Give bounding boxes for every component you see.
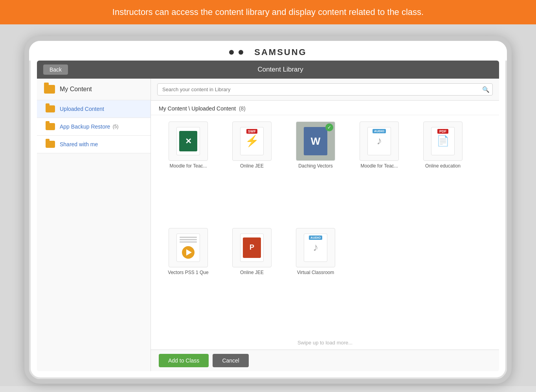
music-note-2: ♪ [313, 241, 318, 254]
checkmark-badge: ✓ [325, 123, 333, 131]
top-banner: Instructors can access the content libra… [0, 0, 536, 24]
music-note: ♪ [376, 134, 382, 147]
cancel-button[interactable]: Cancel [213, 354, 249, 367]
content-item-moodle-audio[interactable]: AUDIO ♪ Moodle for Teac... [350, 121, 409, 223]
item-name-daching-vectors: Daching Vectors [298, 163, 332, 169]
app-body: My Content Uploaded Content App Backup R… [37, 79, 499, 371]
item-name-online-jee-ppt: Online JEE [240, 270, 264, 275]
content-grid: ✕ Moodle for Teac... SWF ⚡ [151, 115, 499, 336]
item-thumb-audio2: AUDIO ♪ [296, 228, 335, 267]
sidebar-item-uploaded-content[interactable]: Uploaded Content [37, 100, 151, 118]
item-thumb-ppt: P [232, 228, 272, 267]
sidebar-label-shared: Shared with me [60, 141, 98, 147]
content-item-daching-vectors[interactable]: W ✓ Daching Vectors [286, 121, 345, 223]
pdf-tag: PDF [437, 129, 448, 134]
content-item-moodle-excel[interactable]: ✕ Moodle for Teac... [159, 121, 218, 223]
outer-area: SAMSUNG Back Content Library My Content [0, 24, 536, 386]
content-item-vectors-pss[interactable]: Vectors PSS 1 Que [159, 228, 218, 330]
my-content-label: My Content [60, 86, 92, 93]
sidebar-item-app-backup[interactable]: App Backup Restore (5) [37, 118, 151, 136]
sidebar-badge-backup: (5) [111, 124, 118, 129]
folder-icon-uploaded [46, 105, 55, 112]
swf-tag: SWF [246, 129, 257, 134]
item-name-virtual-classroom: Virtual Classroom [297, 270, 334, 275]
ppt-icon: P [240, 234, 264, 262]
load-more-text: Swipe up to load more... [151, 336, 499, 350]
content-item-online-jee-ppt[interactable]: P Online JEE [222, 228, 281, 330]
content-item-virtual-classroom[interactable]: AUDIO ♪ Virtual Classroom [286, 228, 345, 330]
item-thumb-video [169, 228, 208, 267]
pdf-icon: PDF 📄 [431, 127, 455, 155]
search-input[interactable] [157, 83, 493, 96]
item-thumb-audio: AUDIO ♪ [360, 121, 399, 161]
content-area: 🔍 My Content \ Uploaded Content (8) [151, 79, 499, 371]
folder-icon-shared [46, 141, 55, 148]
sidebar-label-uploaded: Uploaded Content [60, 106, 104, 112]
content-item-online-jee-swf[interactable]: SWF ⚡ Online JEE [222, 121, 281, 223]
bottom-bar: Add to Class Cancel [151, 350, 499, 371]
flash-symbol: ⚡ [245, 134, 259, 147]
sidebar-item-shared[interactable]: Shared with me [37, 136, 151, 153]
sidebar-my-content[interactable]: My Content [37, 79, 151, 100]
search-bar: 🔍 [151, 79, 499, 101]
ppt-inner: P [243, 237, 261, 258]
item-name-moodle-excel: Moodle for Teac... [169, 163, 207, 169]
excel-icon: ✕ [176, 127, 200, 155]
audio-icon: AUDIO ♪ [367, 127, 391, 155]
app-title: Content Library [68, 66, 493, 74]
search-button[interactable]: 🔍 [482, 86, 490, 93]
tablet-dot-2 [239, 50, 243, 55]
app-header: Back Content Library [37, 61, 499, 79]
audio-tag: AUDIO [373, 129, 386, 133]
play-triangle [186, 249, 192, 256]
item-thumb-word: W ✓ [296, 121, 335, 161]
tablet-top-bar: SAMSUNG [29, 41, 507, 61]
item-name-online-jee-swf: Online JEE [240, 163, 264, 169]
excel-icon-inner: ✕ [179, 131, 197, 151]
add-to-class-button[interactable]: Add to Class [159, 354, 209, 367]
audio-tag-2: AUDIO [309, 236, 322, 240]
play-circle [182, 246, 195, 259]
pdf-acrobat: 📄 [437, 135, 449, 147]
item-thumb-moodle-excel: ✕ [169, 121, 208, 161]
item-thumb-swf: SWF ⚡ [232, 121, 272, 161]
banner-text: Instructors can access the content libra… [112, 7, 424, 17]
breadcrumb-path: My Content \ Uploaded Content [159, 105, 236, 112]
sidebar: My Content Uploaded Content App Backup R… [37, 79, 151, 371]
item-name-moodle-audio: Moodle for Teac... [360, 163, 398, 169]
video-icon [176, 234, 200, 262]
app-container: Back Content Library My Content Uploaded… [37, 61, 499, 371]
swf-icon: SWF ⚡ [240, 127, 264, 155]
samsung-logo: SAMSUNG [254, 47, 307, 57]
folder-icon-backup [46, 123, 55, 130]
tablet-frame: SAMSUNG Back Content Library My Content [24, 36, 512, 384]
tablet-dot-1 [229, 50, 234, 55]
sidebar-label-backup: App Backup Restore [60, 123, 110, 130]
item-thumb-pdf: PDF 📄 [423, 121, 463, 161]
content-item-online-education[interactable]: PDF 📄 Online education [413, 121, 472, 223]
breadcrumb-count: (8) [239, 105, 246, 112]
back-button[interactable]: Back [43, 64, 68, 75]
search-input-wrap: 🔍 [157, 83, 493, 96]
folder-icon-my-content [44, 85, 55, 94]
audio-icon-2: AUDIO ♪ [304, 234, 327, 262]
video-lines [180, 237, 197, 244]
item-name-vectors-pss: Vectors PSS 1 Que [168, 270, 208, 275]
word-icon: W [304, 127, 327, 155]
item-name-online-education: Online education [425, 163, 461, 169]
breadcrumb-bar: My Content \ Uploaded Content (8) [151, 101, 499, 115]
